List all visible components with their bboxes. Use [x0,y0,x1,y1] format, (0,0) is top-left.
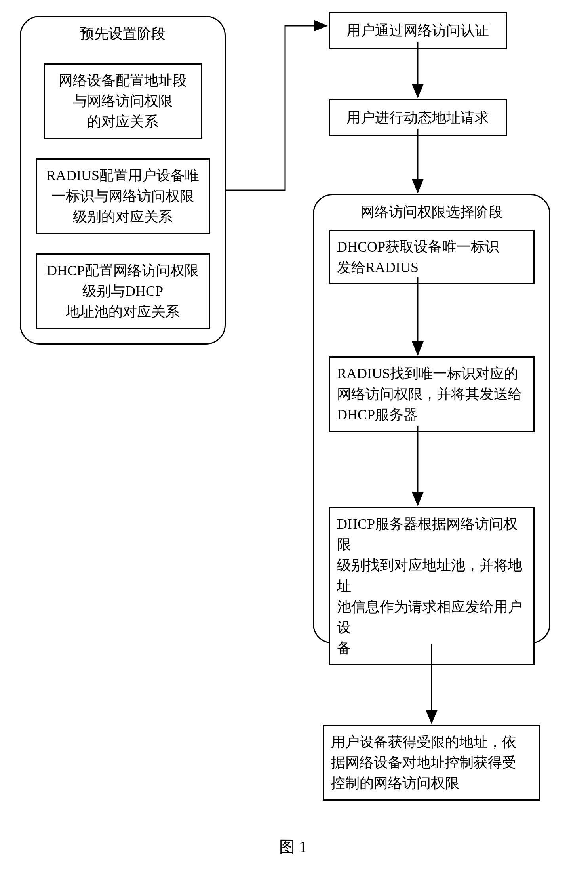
permission-stage-title: 网络访问权限选择阶段 [360,202,503,222]
box-user-get-limited-addr: 用户设备获得受限的地址，依据网络设备对地址控制获得受控制的网络访问权限 [323,725,540,801]
box-dhcp-find-pool: DHCP服务器根据网络访问权限级别找到对应地址池，并将地址池信息作为请求相应发给… [329,507,535,665]
box-user-auth: 用户通过网络访问认证 [329,12,507,49]
figure-caption: 图 1 [269,836,317,858]
box-radius-mapping: RADIUS配置用户设备唯一标识与网络访问权限级别的对应关系 [36,158,210,234]
box-dhcp-get-id: DHCOP获取设备唯一标识发给RADIUS [329,230,535,284]
box-dynamic-addr-request: 用户进行动态地址请求 [329,99,507,136]
preset-stage-title: 预先设置阶段 [80,24,166,44]
box-radius-find-permission: RADIUS找到唯一标识对应的网络访问权限，并将其发送给DHCP服务器 [329,356,535,432]
box-dhcp-pool-mapping: DHCP配置网络访问权限级别与DHCP地址池的对应关系 [36,253,210,329]
box-network-device-mapping: 网络设备配置地址段与网络访问权限的对应关系 [44,63,202,139]
